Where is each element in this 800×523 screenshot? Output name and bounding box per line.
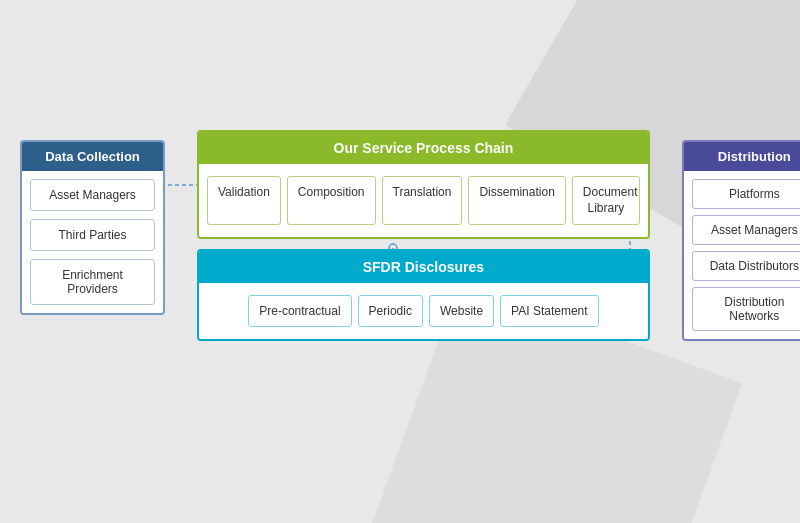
sfdr-item-precontractual: Pre-contractual xyxy=(248,295,351,327)
service-item-dissemination: Dissemination xyxy=(468,176,565,225)
service-item-composition: Composition xyxy=(287,176,376,225)
service-process-body: Validation Composition Translation Disse… xyxy=(199,164,648,237)
sfdr-body: Pre-contractual Periodic Website PAI Sta… xyxy=(199,283,648,339)
dc-item-enrichment-providers: Enrichment Providers xyxy=(30,259,155,305)
sfdr-header: SFDR Disclosures xyxy=(199,251,648,283)
data-collection-body: Asset Managers Third Parties Enrichment … xyxy=(22,171,163,313)
data-collection-box: Data Collection Asset Managers Third Par… xyxy=(20,140,165,315)
dc-item-asset-managers: Asset Managers xyxy=(30,179,155,211)
distribution-box: Distribution Platforms Asset Managers Da… xyxy=(682,140,800,341)
sfdr-item-pai-statement: PAI Statement xyxy=(500,295,598,327)
service-process-box: Our Service Process Chain Validation Com… xyxy=(197,130,650,239)
dist-item-distribution-networks: Distribution Networks xyxy=(692,287,800,331)
dist-item-asset-managers: Asset Managers xyxy=(692,215,800,245)
sfdr-item-periodic: Periodic xyxy=(358,295,423,327)
diagram-container: Data Collection Asset Managers Third Par… xyxy=(20,130,780,341)
dist-item-platforms: Platforms xyxy=(692,179,800,209)
service-process-header: Our Service Process Chain xyxy=(199,132,648,164)
dist-item-data-distributors: Data Distributors xyxy=(692,251,800,281)
service-item-document-library: Document Library xyxy=(572,176,640,225)
center-area: Our Service Process Chain Validation Com… xyxy=(197,130,650,341)
dc-item-third-parties: Third Parties xyxy=(30,219,155,251)
sfdr-item-website: Website xyxy=(429,295,494,327)
service-item-validation: Validation xyxy=(207,176,281,225)
distribution-header: Distribution xyxy=(684,142,800,171)
distribution-body: Platforms Asset Managers Data Distributo… xyxy=(684,171,800,339)
service-item-translation: Translation xyxy=(382,176,463,225)
sfdr-box: SFDR Disclosures Pre-contractual Periodi… xyxy=(197,249,650,341)
data-collection-header: Data Collection xyxy=(22,142,163,171)
